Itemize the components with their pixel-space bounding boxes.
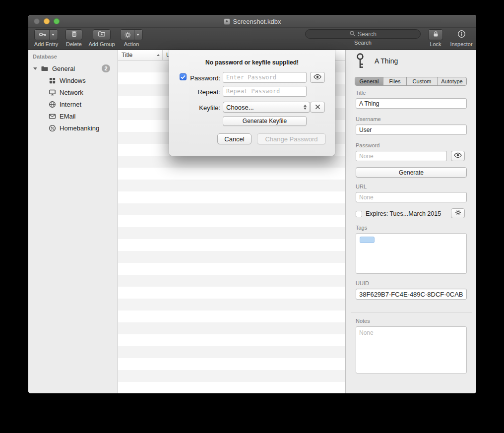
action-dropdown[interactable] [134,30,141,40]
url-placeholder: None [359,194,374,201]
folder-icon [41,64,49,72]
chevron-down-icon [136,34,139,36]
sidebar-item-label: EMail [60,113,76,120]
search-label: Search [354,40,372,46]
sidebar-section-header: Database [33,54,57,60]
dialog-password-placeholder: Enter Password [226,74,276,81]
search-icon [349,30,356,38]
add-group-button[interactable] [93,29,111,40]
expires-checkbox[interactable] [356,211,362,217]
url-field-label: URL [356,184,367,189]
monitor-icon [48,88,56,96]
dialog-password-input[interactable]: Enter Password [223,72,307,83]
action-group: Action [119,29,144,47]
dialog-repeat-input[interactable]: Repeat Password [223,86,307,97]
add-entry-label: Add Entry [34,41,58,47]
check-icon [181,75,186,79]
expires-settings-button[interactable] [451,208,465,218]
inspector-toggle-group: Inspector [448,29,475,47]
notes-field-label: Notes [356,318,370,324]
globe-icon [48,100,56,108]
title-field[interactable]: A Thing [356,98,467,109]
clear-keyfile-button[interactable] [310,102,325,113]
sidebar-item-internet[interactable]: Internet [28,99,118,110]
tab-custom[interactable]: Custom [407,77,438,85]
sidebar-group-general[interactable]: General 2 [28,63,118,74]
sidebar-item-email[interactable]: EMail [28,111,118,122]
sidebar-item-label: Windows [60,77,86,84]
password-placeholder: None [359,153,374,160]
expires-label: Expires: Tues...March 2015 [366,210,441,217]
dialog-repeat-placeholder: Repeat Password [226,88,280,95]
inspector-panel: A Thing General Files Custom Autotype Ti… [345,50,476,393]
add-group-group: Add Group [87,29,117,47]
notes-field[interactable]: None [356,326,467,373]
divider [351,312,472,312]
sidebar-group-label: General [52,65,75,72]
tags-field-label: Tags [356,225,367,231]
lock-group: Lock [425,29,446,47]
chevron-down-icon [52,34,55,36]
tag-chip[interactable] [360,237,375,243]
lock-label: Lock [430,41,441,47]
tab-general[interactable]: General [355,77,383,85]
search-input[interactable]: Search [305,29,421,39]
dialog-message: No password or keyfile supplied! [169,59,335,66]
reveal-password-button[interactable] [451,151,465,161]
entry-count-badge: 2 [102,64,110,72]
add-entry-dropdown[interactable] [49,30,57,40]
clear-icon [315,103,320,112]
action-label: Action [124,41,139,47]
search-group: Search Search [305,29,421,46]
search-placeholder: Search [358,31,377,38]
tab-autotype[interactable]: Autotype [438,77,466,85]
password-checkbox[interactable] [180,73,187,80]
inspector-label: Inspector [450,41,472,47]
inspector-button[interactable] [457,29,466,40]
window-title: Screenshot.kdbx [233,18,281,25]
action-button[interactable] [120,29,143,40]
dialog-reveal-password-button[interactable] [310,72,325,83]
add-entry-button[interactable] [34,29,58,40]
change-password-button[interactable]: Change Password [257,133,326,144]
dialog-keyfile-label: Keyfile: [187,104,220,112]
tags-box[interactable] [356,233,467,274]
gear-icon [122,30,134,40]
lock-button[interactable] [428,29,443,40]
sidebar-item-network[interactable]: Network [28,87,118,98]
app-window: Screenshot.kdbx Add Entry [28,15,476,393]
entry-title: A Thing [375,57,398,65]
uuid-field-label: UUID [356,280,369,286]
change-password-dialog: No password or keyfile supplied! Passwor… [169,50,335,156]
delete-button[interactable] [65,29,82,40]
sidebar-item-homebanking[interactable]: Homebanking [28,123,118,133]
toolbar: Add Entry Delete Add Group [28,28,476,50]
tab-files[interactable]: Files [383,77,407,85]
password-field-label: Password [356,142,379,148]
generate-password-button[interactable]: Generate [356,167,467,178]
grid-icon [48,76,56,84]
username-field-label: Username [356,116,381,122]
sort-asc-icon [157,54,160,56]
eye-icon [313,73,322,82]
title-field-label: Title [356,90,366,96]
key-icon [36,30,49,40]
generate-keyfile-button[interactable]: Generate Keyfile [223,116,307,126]
title-area: Screenshot.kdbx [28,15,476,28]
gear-icon [455,209,461,217]
cancel-button[interactable]: Cancel [217,133,252,144]
username-field[interactable]: User [356,124,467,135]
chevron-updown-icon [304,105,307,110]
disclosure-icon[interactable] [33,67,37,70]
dialog-repeat-label: Repeat: [187,88,220,96]
uuid-field[interactable]: 38F629B7-FC4E-489C-8DCF-0CAB [356,289,467,300]
url-field[interactable]: None [356,192,467,202]
password-field[interactable]: None [356,151,447,161]
sidebar-item-windows[interactable]: Windows [28,75,118,86]
sidebar-item-label: Homebanking [60,124,99,132]
keyfile-popup[interactable]: Choose... [223,102,310,113]
titlebar[interactable]: Screenshot.kdbx [28,15,476,28]
delete-group: Delete [63,29,85,47]
column-header-title[interactable]: Title [118,50,163,60]
key-icon [355,53,368,71]
